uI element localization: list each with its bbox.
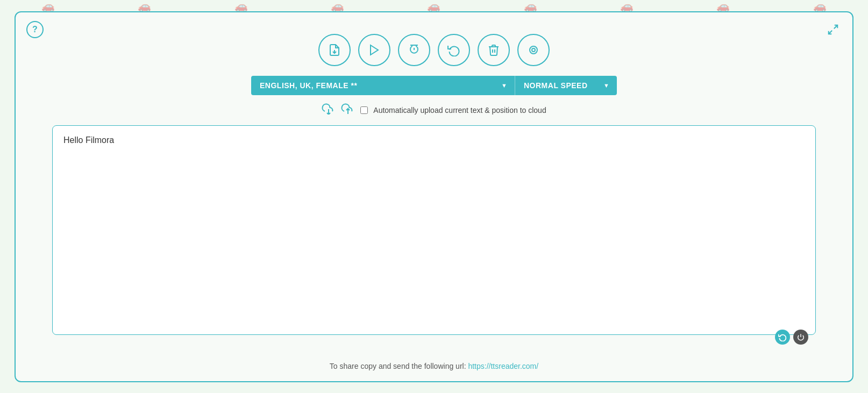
auto-upload-label[interactable]: Automatically upload current text & posi… xyxy=(373,106,546,115)
text-input[interactable]: Hello Filmora xyxy=(52,125,816,335)
speed-select[interactable]: NORMAL SPEED SLOW SPEED FAST SPEED xyxy=(515,76,617,95)
play-button[interactable] xyxy=(358,34,390,66)
bg-icon-9: 🚗 xyxy=(813,0,827,12)
toolbar xyxy=(318,34,550,66)
bg-icon-1: 🚗 xyxy=(41,0,55,12)
share-url-text: To share copy and send the following url… xyxy=(330,362,538,370)
timer-button[interactable] xyxy=(398,34,430,66)
auto-upload-checkbox[interactable] xyxy=(360,106,368,114)
refresh-button[interactable] xyxy=(775,330,790,345)
cloud-download-icon xyxy=(322,103,336,118)
main-panel: ? xyxy=(15,11,853,382)
power-button[interactable] xyxy=(793,330,808,345)
voice-select-wrapper: ENGLISH, UK, FEMALE ** ENGLISH, US, MALE… xyxy=(251,76,515,95)
import-button[interactable] xyxy=(318,34,351,66)
bg-icon-4: 🚗 xyxy=(331,0,344,12)
bg-icon-6: 🚗 xyxy=(524,0,537,12)
bg-icon-8: 🚗 xyxy=(716,0,730,12)
record-button[interactable] xyxy=(517,34,550,66)
cloud-row: Automatically upload current text & posi… xyxy=(322,103,546,118)
bg-icon-7: 🚗 xyxy=(620,0,634,12)
share-url-prefix: To share copy and send the following url… xyxy=(330,362,466,370)
bg-icon-5: 🚗 xyxy=(427,0,440,12)
expand-button[interactable] xyxy=(824,21,842,38)
dropdowns-row: ENGLISH, UK, FEMALE ** ENGLISH, US, MALE… xyxy=(251,76,617,95)
bg-icon-3: 🚗 xyxy=(234,0,248,12)
svg-point-6 xyxy=(532,48,535,52)
svg-point-5 xyxy=(530,46,537,54)
reload-button[interactable] xyxy=(438,34,470,66)
share-url-link[interactable]: https://ttsreader.com/ xyxy=(468,362,538,370)
svg-marker-3 xyxy=(371,45,378,55)
speed-select-wrapper: NORMAL SPEED SLOW SPEED FAST SPEED xyxy=(515,76,617,95)
textarea-action-icons xyxy=(775,330,808,345)
voice-select[interactable]: ENGLISH, UK, FEMALE ** ENGLISH, US, MALE… xyxy=(251,76,515,95)
help-button[interactable]: ? xyxy=(26,21,44,38)
bg-icon-2: 🚗 xyxy=(138,0,151,12)
cloud-upload-icon xyxy=(341,103,355,118)
text-area-container: Hello Filmora xyxy=(52,125,816,350)
background-decoration: 🚗 🚗 🚗 🚗 🚗 🚗 🚗 🚗 🚗 xyxy=(0,0,868,12)
delete-button[interactable] xyxy=(478,34,510,66)
